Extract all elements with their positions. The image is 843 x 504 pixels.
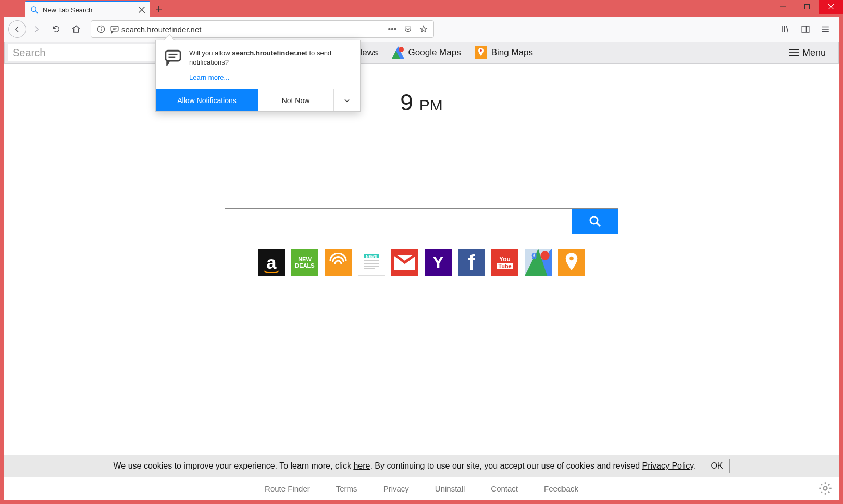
- back-button[interactable]: [8, 20, 26, 38]
- tile-gmail[interactable]: [391, 249, 418, 276]
- forward-button[interactable]: [27, 20, 46, 39]
- map-pin-icon: [564, 252, 579, 273]
- main-search-button[interactable]: [572, 209, 618, 234]
- new-tab-button[interactable]: +: [150, 1, 168, 18]
- library-icon[interactable]: [776, 20, 795, 39]
- tile-yahoo[interactable]: Y: [425, 249, 452, 276]
- toolbar-search-placeholder: Search: [13, 47, 45, 59]
- audible-icon: [329, 253, 348, 272]
- tile-amazon[interactable]: a: [258, 249, 285, 276]
- svg-rect-17: [802, 26, 809, 32]
- sidebar-icon[interactable]: [796, 20, 815, 39]
- window-maximize-button[interactable]: [795, 0, 819, 14]
- popup-message: Will you allow search.hroutefinder.net t…: [189, 48, 352, 67]
- main-search-input[interactable]: [225, 209, 572, 234]
- svg-line-5: [35, 11, 38, 13]
- notification-permission-popup: Will you allow search.hroutefinder.net t…: [155, 40, 361, 112]
- svg-rect-51: [166, 51, 180, 61]
- svg-text:NEWS: NEWS: [366, 255, 377, 258]
- hamburger-icon: [789, 48, 799, 57]
- notification-permission-icon[interactable]: [108, 24, 121, 34]
- tab-close-button[interactable]: [139, 7, 145, 13]
- svg-point-10: [101, 27, 102, 28]
- svg-line-36: [597, 223, 600, 226]
- pocket-icon[interactable]: [401, 25, 415, 33]
- chat-bubble-icon: [164, 48, 182, 67]
- svg-point-50: [824, 487, 827, 490]
- window-minimize-button[interactable]: [771, 0, 795, 14]
- svg-point-47: [540, 251, 549, 260]
- footer-uninstall[interactable]: Uninstall: [435, 484, 465, 493]
- tile-news[interactable]: NEWS: [358, 249, 385, 276]
- tab-title: New Tab Search: [43, 6, 139, 14]
- reload-button[interactable]: [47, 20, 66, 39]
- window-close-button[interactable]: [819, 0, 843, 14]
- footer-terms[interactable]: Terms: [336, 484, 357, 493]
- privacy-policy-link[interactable]: Privacy Policy: [642, 461, 693, 470]
- not-now-dropdown[interactable]: [333, 89, 360, 111]
- bookmark-star-icon[interactable]: [417, 25, 430, 33]
- svg-rect-1: [805, 5, 810, 9]
- hamburger-menu-icon[interactable]: [816, 20, 835, 39]
- footer-contact[interactable]: Contact: [491, 484, 518, 493]
- browser-toolbar: •••: [4, 17, 839, 42]
- not-now-button[interactable]: Not Now: [258, 89, 333, 111]
- cookie-here-link[interactable]: here: [353, 461, 370, 470]
- footer-route-finder[interactable]: Route Finder: [265, 484, 310, 493]
- tile-facebook[interactable]: f: [458, 249, 485, 276]
- google-maps-icon: [392, 46, 404, 59]
- news-icon: NEWS: [361, 252, 382, 273]
- cookie-text: We use cookies to improve your experienc…: [113, 461, 696, 471]
- allow-notifications-button[interactable]: Allow Notifications: [156, 89, 258, 111]
- info-icon[interactable]: [94, 25, 108, 33]
- tile-audible[interactable]: [325, 249, 352, 276]
- tile-google-maps[interactable]: g: [525, 249, 552, 276]
- svg-text:g: g: [531, 249, 537, 260]
- browser-tab[interactable]: New Tab Search: [25, 1, 150, 18]
- url-input[interactable]: [121, 25, 386, 34]
- main-search: [225, 208, 618, 234]
- svg-point-49: [569, 257, 574, 261]
- page-content: 9 PM a NEW DEALS NEWS Y f YouTube g We u…: [4, 64, 839, 500]
- quick-links: a NEW DEALS NEWS Y f YouTube g: [4, 249, 839, 276]
- page-actions-icon[interactable]: •••: [386, 24, 399, 34]
- svg-point-31: [480, 49, 482, 52]
- footer-privacy[interactable]: Privacy: [383, 484, 409, 493]
- settings-gear-icon[interactable]: [818, 481, 833, 496]
- tile-youtube[interactable]: YouTube: [491, 249, 518, 276]
- learn-more-link[interactable]: Learn more...: [156, 71, 229, 89]
- chevron-down-icon: [343, 97, 351, 104]
- clock-display: 9 PM: [4, 90, 839, 116]
- svg-line-16: [787, 26, 788, 32]
- toolbar-link-google-maps[interactable]: Google Maps: [392, 46, 461, 59]
- tile-deals[interactable]: NEW DEALS: [291, 249, 318, 276]
- svg-point-4: [31, 7, 36, 11]
- cookie-banner: We use cookies to improve your experienc…: [4, 455, 839, 477]
- address-bar[interactable]: •••: [91, 20, 434, 38]
- search-icon: [30, 6, 39, 14]
- tile-bing-maps[interactable]: [558, 249, 585, 276]
- google-maps-icon: g: [525, 249, 552, 276]
- bing-maps-icon: [475, 46, 487, 59]
- cookie-ok-button[interactable]: OK: [704, 459, 729, 473]
- home-button[interactable]: [67, 20, 85, 39]
- svg-point-29: [399, 47, 404, 52]
- gmail-icon: [394, 255, 415, 270]
- extension-menu-button[interactable]: Menu: [789, 47, 835, 58]
- toolbar-link-bing-maps[interactable]: Bing Maps: [475, 46, 533, 59]
- extension-toolbar: Search ner News Google Maps Bing Maps Me…: [4, 42, 839, 64]
- svg-point-35: [590, 217, 598, 224]
- search-icon: [589, 215, 601, 228]
- footer-links: Route Finder Terms Privacy Uninstall Con…: [4, 477, 839, 500]
- footer-feedback[interactable]: Feedback: [544, 484, 578, 493]
- svg-rect-11: [111, 26, 118, 31]
